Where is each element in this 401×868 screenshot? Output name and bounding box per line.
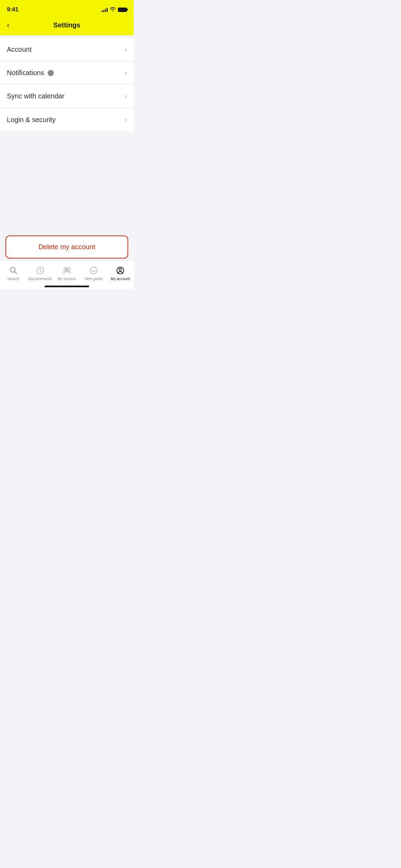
settings-item-notifications[interactable]: Notifications ›: [0, 61, 134, 85]
my-account-icon: [116, 266, 125, 275]
search-icon: [9, 266, 18, 275]
svg-point-10: [90, 267, 97, 274]
status-bar: 9:41: [0, 0, 134, 17]
nav-item-my-account[interactable]: My account: [107, 266, 134, 281]
svg-point-12: [119, 268, 122, 271]
nav-item-well-guide[interactable]: Well guide: [80, 266, 107, 281]
battery-icon: [118, 8, 127, 12]
back-button[interactable]: ‹: [7, 21, 9, 30]
settings-item-account[interactable]: Account ›: [0, 38, 134, 61]
nav-label-search: Search: [8, 277, 20, 281]
delete-account-button[interactable]: Delete my account: [5, 236, 128, 258]
page-header: ‹ Settings: [0, 17, 134, 35]
chevron-right-icon: ›: [125, 69, 127, 76]
wifi-icon: [110, 7, 116, 13]
chevron-right-icon: ›: [125, 93, 127, 100]
nav-item-search[interactable]: Search: [0, 266, 27, 281]
notifications-label: Notifications: [7, 69, 44, 77]
svg-line-1: [15, 272, 17, 274]
nav-item-appointments[interactable]: Appointments: [27, 266, 53, 281]
my-doctors-icon: [62, 266, 72, 275]
nav-item-my-doctors[interactable]: My doctors: [53, 266, 80, 281]
delete-section: Delete my account: [0, 236, 134, 258]
sync-calendar-label: Sync with calendar: [7, 92, 64, 100]
settings-item-sync-calendar[interactable]: Sync with calendar ›: [0, 85, 134, 108]
chevron-right-icon: ›: [125, 46, 127, 53]
account-label: Account: [7, 46, 32, 53]
nav-label-well-guide: Well guide: [85, 277, 102, 281]
notification-badge: [48, 70, 54, 76]
bottom-nav: Search Appointments My doctors: [0, 260, 134, 289]
well-guide-icon: [89, 266, 98, 275]
chevron-right-icon: ›: [125, 116, 127, 123]
home-indicator: [45, 286, 89, 287]
login-security-label: Login & security: [7, 116, 56, 124]
status-icons: [101, 7, 127, 13]
page-title: Settings: [53, 21, 81, 29]
nav-label-appointments: Appointments: [28, 277, 51, 281]
svg-line-4: [40, 270, 41, 272]
settings-item-login-security[interactable]: Login & security ›: [0, 108, 134, 131]
nav-label-my-doctors: My doctors: [58, 277, 76, 281]
settings-list: Account › Notifications › Sync with cale…: [0, 38, 134, 131]
appointments-icon: [35, 266, 45, 275]
nav-label-my-account: My account: [111, 277, 130, 281]
status-time: 9:41: [7, 6, 19, 13]
signal-icon: [101, 7, 108, 12]
